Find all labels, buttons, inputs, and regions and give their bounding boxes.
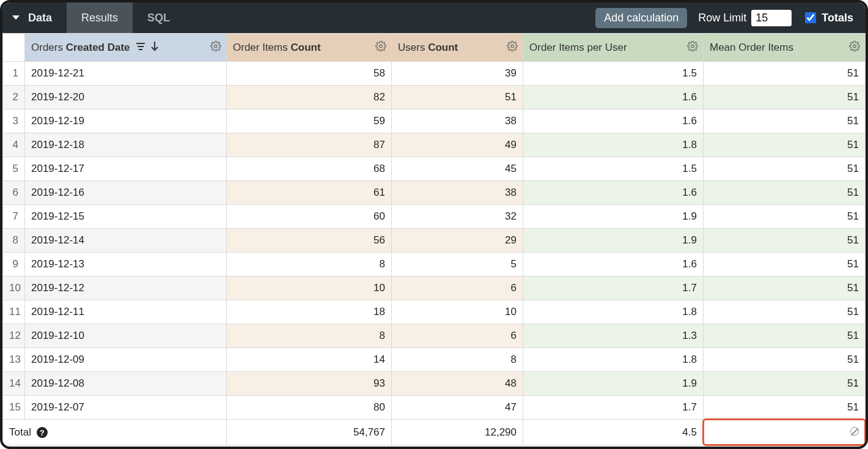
gear-icon[interactable]	[687, 40, 698, 54]
cell-created-date[interactable]: 2019-12-19	[25, 109, 227, 133]
cell-created-date[interactable]: 2019-12-11	[25, 300, 227, 324]
cell-items-per-user[interactable]: 1.8	[523, 133, 704, 157]
totals-checkbox[interactable]	[805, 12, 816, 23]
gear-icon[interactable]	[849, 40, 860, 54]
cell-items-per-user[interactable]: 1.6	[523, 86, 704, 109]
cell-mean-order-items[interactable]: 51	[704, 109, 866, 133]
column-header-mean-order-items[interactable]: Mean Order Items	[704, 34, 866, 62]
cell-items-per-user[interactable]: 1.7	[523, 276, 704, 300]
cell-items-per-user[interactable]: 1.9	[523, 372, 704, 396]
cell-order-items-count[interactable]: 56	[227, 229, 392, 253]
cell-mean-order-items[interactable]: 51	[704, 348, 866, 372]
cell-order-items-count[interactable]: 93	[227, 372, 392, 396]
cell-created-date[interactable]: 2019-12-12	[25, 276, 227, 300]
gear-icon[interactable]	[507, 40, 518, 54]
cell-users-count[interactable]: 39	[392, 62, 523, 86]
cell-order-items-count[interactable]: 59	[227, 109, 392, 133]
cell-created-date[interactable]: 2019-12-10	[25, 324, 227, 348]
cell-created-date[interactable]: 2019-12-14	[25, 229, 227, 253]
cell-users-count[interactable]: 32	[392, 205, 523, 229]
cell-order-items-count[interactable]: 60	[227, 205, 392, 229]
tab-data[interactable]: Data	[2, 2, 67, 33]
cell-mean-order-items[interactable]: 51	[704, 372, 866, 396]
table-row: 112019-12-1118101.851	[3, 300, 866, 324]
cell-created-date[interactable]: 2019-12-09	[25, 348, 227, 372]
cell-items-per-user[interactable]: 1.9	[523, 229, 704, 253]
cell-order-items-count[interactable]: 8	[227, 324, 392, 348]
cell-created-date[interactable]: 2019-12-18	[25, 133, 227, 157]
totals-toggle[interactable]: Totals	[803, 10, 853, 25]
cell-created-date[interactable]: 2019-12-15	[25, 205, 227, 229]
cell-items-per-user[interactable]: 1.6	[523, 253, 704, 276]
column-header-order-items-per-user[interactable]: Order Items per User	[523, 34, 704, 62]
cell-items-per-user[interactable]: 1.8	[523, 300, 704, 324]
cell-order-items-count[interactable]: 82	[227, 86, 392, 109]
column-header-created-date[interactable]: Orders Created Date	[25, 34, 227, 62]
cell-items-per-user[interactable]: 1.5	[523, 62, 704, 86]
cell-mean-order-items[interactable]: 51	[704, 324, 866, 348]
cell-mean-order-items[interactable]: 51	[704, 205, 866, 229]
cell-created-date[interactable]: 2019-12-07	[25, 396, 227, 420]
cell-items-per-user[interactable]: 1.9	[523, 205, 704, 229]
cell-created-date[interactable]: 2019-12-13	[25, 253, 227, 276]
filter-icon[interactable]	[136, 42, 147, 51]
cell-order-items-count[interactable]: 10	[227, 276, 392, 300]
cell-users-count[interactable]: 51	[392, 86, 523, 109]
tab-results[interactable]: Results	[67, 2, 133, 33]
cell-order-items-count[interactable]: 58	[227, 62, 392, 86]
column-header-users-count[interactable]: Users Count	[392, 34, 523, 62]
gear-icon[interactable]	[210, 40, 221, 54]
cell-order-items-count[interactable]: 18	[227, 300, 392, 324]
cell-mean-order-items[interactable]: 51	[704, 181, 866, 205]
cell-created-date[interactable]: 2019-12-08	[25, 372, 227, 396]
cell-items-per-user[interactable]: 1.5	[523, 157, 704, 181]
column-header-order-items-count[interactable]: Order Items Count	[227, 34, 392, 62]
cell-users-count[interactable]: 47	[392, 396, 523, 420]
row-number: 7	[3, 205, 25, 229]
cell-order-items-count[interactable]: 61	[227, 181, 392, 205]
cell-users-count[interactable]: 8	[392, 348, 523, 372]
cell-items-per-user[interactable]: 1.8	[523, 348, 704, 372]
cell-users-count[interactable]: 48	[392, 372, 523, 396]
cell-users-count[interactable]: 38	[392, 109, 523, 133]
cell-mean-order-items[interactable]: 51	[704, 157, 866, 181]
cell-mean-order-items[interactable]: 51	[704, 276, 866, 300]
cell-mean-order-items[interactable]: 51	[704, 62, 866, 86]
cell-order-items-count[interactable]: 8	[227, 253, 392, 276]
cell-users-count[interactable]: 29	[392, 229, 523, 253]
cell-created-date[interactable]: 2019-12-16	[25, 181, 227, 205]
cell-mean-order-items[interactable]: 51	[704, 229, 866, 253]
cell-users-count[interactable]: 45	[392, 157, 523, 181]
cell-items-per-user[interactable]: 1.6	[523, 109, 704, 133]
cell-users-count[interactable]: 6	[392, 276, 523, 300]
cell-order-items-count[interactable]: 80	[227, 396, 392, 420]
gear-icon[interactable]	[375, 40, 386, 54]
table-row: 142019-12-0893481.951	[3, 372, 866, 396]
row-limit-input[interactable]	[751, 10, 792, 26]
cell-mean-order-items[interactable]: 51	[704, 253, 866, 276]
cell-mean-order-items[interactable]: 51	[704, 86, 866, 109]
cell-order-items-count[interactable]: 14	[227, 348, 392, 372]
cell-users-count[interactable]: 38	[392, 181, 523, 205]
help-icon[interactable]: ?	[37, 427, 48, 438]
row-number: 6	[3, 181, 25, 205]
cell-created-date[interactable]: 2019-12-21	[25, 62, 227, 86]
cell-created-date[interactable]: 2019-12-17	[25, 157, 227, 181]
cell-users-count[interactable]: 49	[392, 133, 523, 157]
tab-label: SQL	[147, 12, 170, 24]
cell-users-count[interactable]: 10	[392, 300, 523, 324]
cell-users-count[interactable]: 5	[392, 253, 523, 276]
add-calculation-button[interactable]: Add calculation	[595, 8, 687, 28]
cell-mean-order-items[interactable]: 51	[704, 396, 866, 420]
cell-items-per-user[interactable]: 1.3	[523, 324, 704, 348]
cell-items-per-user[interactable]: 1.7	[523, 396, 704, 420]
tab-sql[interactable]: SQL	[133, 2, 185, 33]
cell-items-per-user[interactable]: 1.6	[523, 181, 704, 205]
cell-users-count[interactable]: 6	[392, 324, 523, 348]
cell-order-items-count[interactable]: 87	[227, 133, 392, 157]
cell-order-items-count[interactable]: 68	[227, 157, 392, 181]
cell-mean-order-items[interactable]: 51	[704, 300, 866, 324]
cell-mean-order-items[interactable]: 51	[704, 133, 866, 157]
cell-created-date[interactable]: 2019-12-20	[25, 86, 227, 109]
sort-desc-icon[interactable]	[151, 42, 158, 51]
